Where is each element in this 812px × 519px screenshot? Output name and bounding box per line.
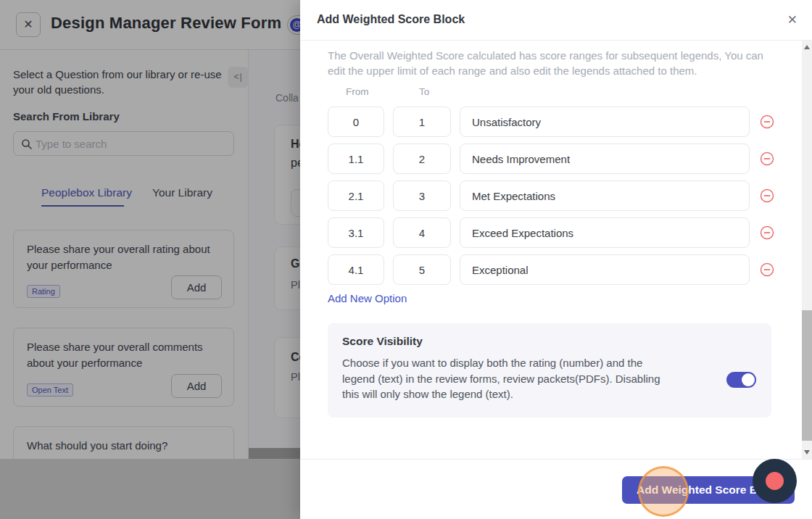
chat-widget-button[interactable] [753,459,797,503]
from-input[interactable] [328,217,384,248]
score-visibility-toggle[interactable] [726,372,756,388]
legend-input[interactable] [460,217,750,248]
toggle-knob [742,373,755,386]
score-range-row [300,144,812,174]
to-input[interactable] [393,107,451,137]
modal-title: Add Weighted Score Block [317,13,465,26]
legend-input[interactable] [460,254,750,285]
remove-row-button[interactable] [760,225,774,240]
from-input[interactable] [328,254,384,285]
to-input[interactable] [393,180,451,211]
add-new-option-link[interactable]: Add New Option [328,292,407,304]
close-icon: ✕ [787,13,798,27]
add-weighted-score-modal: Add Weighted Score Block ✕ The Overall W… [300,0,812,519]
legend-input[interactable] [460,107,750,137]
remove-row-button[interactable] [760,188,774,203]
legend-input[interactable] [460,144,750,174]
minus-circle-icon [760,225,774,240]
chat-status-dot-icon [766,472,784,490]
minus-circle-icon [760,188,774,203]
click-indicator-ring [638,466,689,517]
column-header-to: To [419,86,429,97]
to-input[interactable] [393,144,451,174]
column-header-from: From [346,86,369,97]
score-range-row [300,254,812,285]
minus-circle-icon [760,262,774,277]
score-range-row [300,107,812,137]
to-input[interactable] [393,217,451,248]
minus-circle-icon [760,115,774,129]
from-input[interactable] [328,107,384,137]
to-input[interactable] [393,254,451,285]
legend-input[interactable] [460,180,750,211]
score-visibility-title: Score Visibility [342,335,423,348]
modal-footer: Add Weighted Score Block [300,459,812,519]
minus-circle-icon [760,151,774,166]
modal-close-button[interactable]: ✕ [787,12,798,28]
score-range-row [300,217,812,248]
remove-row-button[interactable] [760,115,774,129]
modal-body: The Overall Weighted Score calculated ha… [300,41,812,459]
score-range-row [300,180,812,211]
scrollbar-thumb[interactable] [802,310,812,441]
from-input[interactable] [328,144,384,174]
scroll-down-arrow[interactable] [804,450,810,454]
modal-description: The Overall Weighted Score calculated ha… [328,48,771,78]
modal-scrollbar[interactable] [802,41,812,459]
score-visibility-card: Score Visibility Choose if you want to d… [328,323,771,418]
scroll-up-arrow[interactable] [804,45,810,49]
remove-row-button[interactable] [760,262,774,277]
remove-row-button[interactable] [760,151,774,166]
modal-header: Add Weighted Score Block ✕ [300,0,812,41]
score-visibility-description: Choose if you want to display both the r… [342,355,677,402]
from-input[interactable] [328,180,384,211]
